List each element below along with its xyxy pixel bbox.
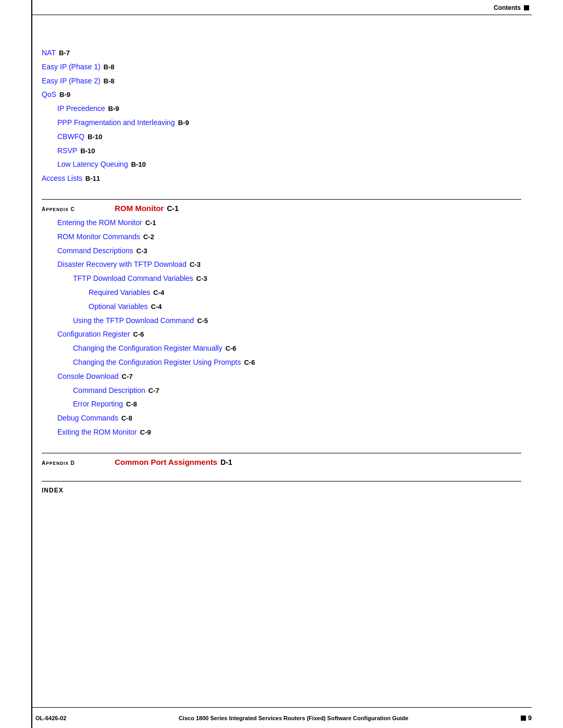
toc-link-error-reporting[interactable]: Error Reporting <box>73 398 123 410</box>
toc-page-qos: B-9 <box>59 90 70 101</box>
toc-link-required-vars[interactable]: Required Variables <box>89 287 150 298</box>
toc-link-exiting-rom[interactable]: Exiting the ROM Monitor <box>57 426 137 438</box>
toc-page-optional-vars: C-4 <box>151 302 162 313</box>
toc-page-access-lists: B-11 <box>85 174 100 184</box>
footer-title: Cisco 1800 Series Integrated Services Ro… <box>66 715 520 721</box>
toc-entry-error-reporting: Error Reporting C-8 <box>73 398 521 410</box>
toc-entry-console-download: Console Download C-7 <box>57 371 521 382</box>
toc-page-error-reporting: C-8 <box>126 399 137 410</box>
toc-link-config-register[interactable]: Configuration Register <box>57 328 130 340</box>
toc-page-common-ports: D-1 <box>221 458 232 466</box>
toc-link-change-config-prompts[interactable]: Changing the Configuration Register Usin… <box>73 356 241 368</box>
toc-page-using-tftp: C-5 <box>197 316 208 327</box>
toc-link-cbwfq[interactable]: CBWFQ <box>57 131 84 142</box>
top-border-line <box>31 15 532 15</box>
toc-entry-llq: Low Latency Queuing B-10 <box>57 158 521 170</box>
toc-link-rom-commands[interactable]: ROM Monitor Commands <box>57 231 140 242</box>
toc-entry-access-lists: Access Lists B-11 <box>42 172 521 184</box>
divider-index <box>42 481 521 482</box>
toc-page-cmd-desc: C-3 <box>137 246 148 257</box>
toc-entry-ppp-frag: PPP Fragmentation and Interleaving B-9 <box>57 117 521 129</box>
appendix-d-section: APPENDIX D Common Port Assignments D-1 <box>42 453 521 466</box>
toc-entry-exiting-rom: Exiting the ROM Monitor C-9 <box>57 426 521 438</box>
toc-link-nat[interactable]: NAT <box>42 47 56 58</box>
toc-entry-rom-commands: ROM Monitor Commands C-2 <box>57 231 521 243</box>
left-vertical-bar <box>31 0 32 728</box>
toc-page-rsvp: B-10 <box>80 146 95 157</box>
toc-link-change-config-manual[interactable]: Changing the Configuration Register Manu… <box>73 342 222 354</box>
toc-link-ppp-frag[interactable]: PPP Fragmentation and Interleaving <box>57 117 175 128</box>
header-square-icon <box>524 5 529 10</box>
toc-page-easyip1: B-8 <box>104 62 115 73</box>
appendix-c-section: APPENDIX C ROM Monitor C-1 Entering the … <box>42 199 521 438</box>
toc-link-cmd-desc[interactable]: Command Descriptions <box>57 245 133 256</box>
toc-page-console-download: C-7 <box>122 372 133 382</box>
toc-page-change-config-manual: C-6 <box>225 343 236 354</box>
toc-link-optional-vars[interactable]: Optional Variables <box>89 301 148 312</box>
toc-entry-cbwfq: CBWFQ B-10 <box>57 131 521 143</box>
toc-entry-nat: NAT B-7 <box>42 47 521 59</box>
toc-page-cbwfq: B-10 <box>88 132 102 143</box>
toc-page-easyip2: B-8 <box>104 76 115 87</box>
page-header: Contents <box>494 4 529 11</box>
toc-page-change-config-prompts: C-6 <box>244 357 255 368</box>
divider-c <box>42 199 521 200</box>
toc-link-entering-rom[interactable]: Entering the ROM Monitor <box>57 217 142 228</box>
toc-entry-required-vars: Required Variables C-4 <box>89 287 521 299</box>
toc-link-ip-prec[interactable]: IP Precedence <box>57 103 105 114</box>
toc-page-rom-monitor: C-1 <box>167 204 179 213</box>
toc-page-rom-commands: C-2 <box>143 232 154 243</box>
header-label: Contents <box>494 4 521 11</box>
main-content: NAT B-7 Easy IP (Phase 1) B-8 Easy IP (P… <box>42 31 521 702</box>
appendix-d-row: APPENDIX D Common Port Assignments D-1 <box>42 458 521 466</box>
appendix-d-label: APPENDIX D <box>42 460 115 466</box>
toc-page-ppp-frag: B-9 <box>178 118 189 129</box>
toc-entry-entering-rom: Entering the ROM Monitor C-1 <box>57 217 521 229</box>
toc-page-tftp-vars: C-3 <box>197 274 207 285</box>
footer-left: OL-6426-02 <box>31 713 66 723</box>
toc-entry-change-config-prompts: Changing the Configuration Register Usin… <box>73 356 521 368</box>
toc-link-qos[interactable]: QoS <box>42 89 56 100</box>
toc-page-cmd-description: C-7 <box>149 386 160 397</box>
toc-link-access-lists[interactable]: Access Lists <box>42 172 82 184</box>
toc-entry-qos: QoS B-9 <box>42 89 521 101</box>
toc-entry-optional-vars: Optional Variables C-4 <box>89 301 521 313</box>
toc-page-ip-prec: B-9 <box>108 104 119 115</box>
toc-entry-cmd-description: Command Description C-7 <box>73 385 521 397</box>
page-footer: OL-6426-02 Cisco 1800 Series Integrated … <box>31 707 532 728</box>
toc-entry-change-config-manual: Changing the Configuration Register Manu… <box>73 342 521 354</box>
toc-page-debug-commands: C-8 <box>121 413 132 424</box>
footer-page: 9 <box>521 714 532 722</box>
toc-link-rsvp[interactable]: RSVP <box>57 145 77 156</box>
toc-entry-cmd-desc: Command Descriptions C-3 <box>57 245 521 257</box>
toc-link-easyip1[interactable]: Easy IP (Phase 1) <box>42 61 101 72</box>
toc-link-disaster-recovery[interactable]: Disaster Recovery with TFTP Download <box>57 258 187 270</box>
toc-section-b: NAT B-7 Easy IP (Phase 1) B-8 Easy IP (P… <box>42 47 521 184</box>
toc-entry-debug-commands: Debug Commands C-8 <box>57 412 521 424</box>
footer-doc-number: OL-6426-02 <box>35 715 66 721</box>
toc-page-config-register: C-6 <box>133 329 144 340</box>
footer-page-number: 9 <box>528 714 532 722</box>
toc-page-llq: B-10 <box>131 159 145 170</box>
toc-page-nat: B-7 <box>59 48 70 59</box>
toc-link-console-download[interactable]: Console Download <box>57 371 119 382</box>
toc-link-debug-commands[interactable]: Debug Commands <box>57 412 118 424</box>
toc-link-cmd-description[interactable]: Command Description <box>73 385 145 396</box>
toc-link-using-tftp[interactable]: Using the TFTP Download Command <box>73 315 194 326</box>
index-section: Index <box>42 481 521 494</box>
toc-entry-config-register: Configuration Register C-6 <box>57 328 521 340</box>
toc-link-tftp-vars[interactable]: TFTP Download Command Variables <box>73 273 193 284</box>
toc-entry-ip-prec: IP Precedence B-9 <box>57 103 521 115</box>
toc-entry-disaster-recovery: Disaster Recovery with TFTP Download C-3 <box>57 258 521 270</box>
appendix-c-label: APPENDIX C <box>42 206 115 212</box>
toc-link-rom-monitor[interactable]: ROM Monitor <box>115 204 164 213</box>
toc-entry-rsvp: RSVP B-10 <box>57 145 521 157</box>
toc-link-llq[interactable]: Low Latency Queuing <box>57 158 128 170</box>
toc-entry-using-tftp: Using the TFTP Download Command C-5 <box>73 315 521 327</box>
toc-entry-easyip2: Easy IP (Phase 2) B-8 <box>42 75 521 87</box>
toc-link-easyip2[interactable]: Easy IP (Phase 2) <box>42 75 101 87</box>
toc-page-required-vars: C-4 <box>153 288 164 299</box>
toc-page-exiting-rom: C-9 <box>140 427 151 438</box>
toc-link-common-ports[interactable]: Common Port Assignments <box>115 458 217 466</box>
footer-left-bar-icon <box>31 713 32 723</box>
